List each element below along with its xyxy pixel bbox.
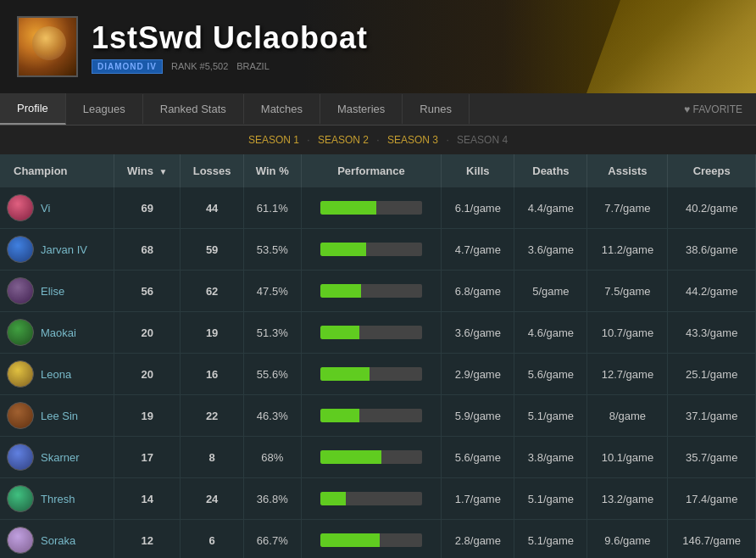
champion-cell-5: Lee Sin xyxy=(0,395,114,437)
champion-icon xyxy=(7,277,34,304)
col-performance[interactable]: Performance xyxy=(301,154,442,187)
creeps-cell: 37.1/game xyxy=(668,395,756,437)
kills-cell: 3.6/game xyxy=(442,312,514,354)
table-row[interactable]: Jarvan IV 68 59 53.5% 4.7/game 3.6/game … xyxy=(0,229,756,271)
table-row[interactable]: Maokai 20 19 51.3% 3.6/game 4.6/game 10.… xyxy=(0,312,756,354)
wins-cell: 56 xyxy=(114,271,181,312)
champion-icon xyxy=(7,485,34,512)
winpct-cell: 66.7% xyxy=(243,520,301,559)
creeps-cell: 25.1/game xyxy=(668,354,756,395)
champion-cell-6: Skarner xyxy=(0,437,114,478)
champion-cell-1: Jarvan IV xyxy=(0,229,114,271)
perf-cell xyxy=(301,520,442,559)
col-deaths[interactable]: Deaths xyxy=(514,154,587,187)
col-creeps[interactable]: Creeps xyxy=(668,154,756,187)
deaths-cell: 5.1/game xyxy=(514,520,587,559)
assists-cell: 13.2/game xyxy=(587,478,668,520)
header: 1stSwd Uclaoboat DIAMOND IV RANK #5,502 … xyxy=(0,0,756,93)
season-2-link[interactable]: SEASON 2 xyxy=(318,134,369,146)
favorite-button[interactable]: ♥ FAVORITE xyxy=(670,95,756,124)
tab-masteries[interactable]: Masteries xyxy=(320,94,403,124)
creeps-cell: 17.4/game xyxy=(668,478,756,520)
winpct-cell: 47.5% xyxy=(243,271,301,312)
wins-cell: 69 xyxy=(114,187,181,229)
deaths-cell: 3.6/game xyxy=(514,229,587,271)
col-losses[interactable]: Losses xyxy=(181,154,244,187)
tab-ranked-stats[interactable]: Ranked Stats xyxy=(143,94,244,124)
table-row[interactable]: Soraka 12 6 66.7% 2.8/game 5.1/game 9.6/… xyxy=(0,520,756,559)
player-meta: DIAMOND IV RANK #5,502 BRAZIL xyxy=(92,59,368,74)
champion-cell-7: Thresh xyxy=(0,478,114,520)
tab-profile[interactable]: Profile xyxy=(0,93,66,125)
winpct-cell: 36.8% xyxy=(243,478,301,520)
tab-leagues[interactable]: Leagues xyxy=(66,94,143,124)
creeps-cell: 44.2/game xyxy=(668,271,756,312)
champion-icon xyxy=(7,319,34,346)
deaths-cell: 3.8/game xyxy=(514,437,587,478)
tab-runes[interactable]: Runes xyxy=(403,94,470,124)
assists-cell: 7.5/game xyxy=(587,271,668,312)
losses-cell: 8 xyxy=(181,437,244,478)
wins-cell: 14 xyxy=(114,478,181,520)
table-row[interactable]: Thresh 14 24 36.8% 1.7/game 5.1/game 13.… xyxy=(0,478,756,520)
losses-cell: 59 xyxy=(181,229,244,271)
kills-cell: 5.9/game xyxy=(442,395,514,437)
perf-bar xyxy=(320,409,422,422)
tab-matches[interactable]: Matches xyxy=(244,94,320,124)
col-kills[interactable]: Kills xyxy=(442,154,514,187)
champion-name: Vi xyxy=(41,202,50,215)
champion-name: Thresh xyxy=(41,493,75,505)
perf-cell xyxy=(301,271,442,312)
creeps-cell: 38.6/game xyxy=(668,229,756,271)
perf-bar-fill xyxy=(320,533,380,547)
champion-cell-2: Elise xyxy=(0,271,114,312)
champion-name: Jarvan IV xyxy=(41,243,87,256)
perf-cell xyxy=(301,395,442,437)
kills-cell: 1.7/game xyxy=(442,478,514,520)
perf-bar xyxy=(320,201,422,215)
kills-cell: 2.8/game xyxy=(442,520,514,559)
champion-name: Lee Sin xyxy=(41,410,78,422)
deaths-cell: 4.6/game xyxy=(514,312,587,354)
losses-cell: 24 xyxy=(181,478,244,520)
champion-name: Leona xyxy=(41,368,71,381)
player-avatar xyxy=(17,16,78,77)
col-wins[interactable]: Wins ▼ xyxy=(114,154,181,187)
champion-icon xyxy=(7,402,34,429)
deaths-cell: 5.1/game xyxy=(514,395,587,437)
perf-bar xyxy=(320,284,422,298)
perf-cell xyxy=(301,312,442,354)
season-1-link[interactable]: SEASON 1 xyxy=(248,134,299,146)
table-row[interactable]: Vi 69 44 61.1% 6.1/game 4.4/game 7.7/gam… xyxy=(0,187,756,229)
perf-cell xyxy=(301,478,442,520)
perf-cell xyxy=(301,187,442,229)
table-row[interactable]: Elise 56 62 47.5% 6.8/game 5/game 7.5/ga… xyxy=(0,271,756,312)
champion-cell-4: Leona xyxy=(0,354,114,395)
kills-cell: 4.7/game xyxy=(442,229,514,271)
champion-name: Maokai xyxy=(41,326,76,339)
rank-badge: DIAMOND IV xyxy=(92,59,163,74)
table-row[interactable]: Leona 20 16 55.6% 2.9/game 5.6/game 12.7… xyxy=(0,354,756,395)
table-row[interactable]: Skarner 17 8 68% 5.6/game 3.8/game 10.1/… xyxy=(0,437,756,478)
season-4-link[interactable]: SEASON 4 xyxy=(457,134,508,146)
winpct-cell: 55.6% xyxy=(243,354,301,395)
season-3-link[interactable]: SEASON 3 xyxy=(387,134,438,146)
losses-cell: 6 xyxy=(181,520,244,559)
perf-bar-fill xyxy=(320,326,359,339)
champion-icon xyxy=(7,194,34,221)
col-champion[interactable]: Champion xyxy=(0,154,114,187)
champion-cell-3: Maokai xyxy=(0,312,114,354)
col-assists[interactable]: Assists xyxy=(587,154,668,187)
losses-cell: 19 xyxy=(181,312,244,354)
perf-cell xyxy=(301,437,442,478)
header-bg xyxy=(502,0,756,93)
perf-bar xyxy=(320,326,422,339)
wins-cell: 12 xyxy=(114,520,181,559)
champion-name: Soraka xyxy=(41,534,75,547)
kills-cell: 6.8/game xyxy=(442,271,514,312)
perf-bar xyxy=(320,533,422,547)
kills-cell: 5.6/game xyxy=(442,437,514,478)
player-info: 1stSwd Uclaoboat DIAMOND IV RANK #5,502 … xyxy=(92,20,368,74)
col-winpct[interactable]: Win % xyxy=(243,154,301,187)
table-row[interactable]: Lee Sin 19 22 46.3% 5.9/game 5.1/game 8/… xyxy=(0,395,756,437)
